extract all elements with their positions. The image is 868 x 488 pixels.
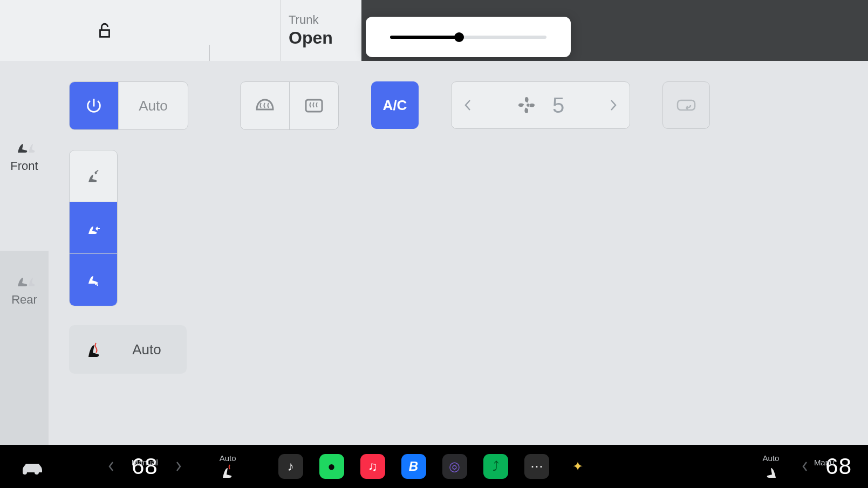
fan-speed-value: 5 [552,93,564,118]
defrost-front-icon [255,97,275,115]
defrost-rear-button[interactable] [290,82,338,129]
power-auto-group: Auto [69,81,188,130]
fan-decrease-button[interactable] [452,99,484,111]
volume-fill [390,36,459,39]
fan-increase-button[interactable] [597,99,630,111]
driver-seat-heat-mode: Auto [220,453,236,463]
volume-thumb[interactable] [454,32,464,42]
seat-heat-icon [85,340,101,359]
trunk-label: Trunk [289,13,350,27]
svg-rect-0 [306,100,322,112]
chevron-right-icon [610,99,617,111]
airflow-face-icon [84,168,102,184]
passenger-seat-heat-button[interactable]: Auto [762,453,779,480]
climate-auto-button[interactable]: Auto [119,82,188,129]
airflow-body-icon [84,220,102,236]
recirculate-button[interactable] [662,81,710,129]
seat-front-icon [13,139,35,155]
passenger-temp-down-button[interactable] [796,456,814,477]
climate-panel: Front Rear T Auto [0,61,868,445]
defrost-front-button[interactable] [241,82,289,129]
driver-temp-down-button[interactable] [102,456,120,477]
lock-button[interactable] [0,0,209,61]
zone-rear-tab[interactable]: Rear [0,251,49,445]
defrost-group [240,81,339,130]
seat-heater-auto-label: Auto [118,341,187,358]
zone-rear-label: Rear [11,293,37,307]
bottom-dock: Manual 68 Auto ♪●♫B◎⤴⋯✦ Auto Manu [0,445,868,488]
center-screen-illustration [539,236,701,344]
ac-button[interactable]: A/C [371,81,419,129]
steering-wheel: T [351,228,518,395]
app-spotify[interactable]: ● [319,454,344,479]
chevron-left-icon [464,99,471,111]
car-menu-button[interactable] [16,458,49,475]
volume-popup [366,17,571,57]
recirculate-icon [675,97,697,113]
fan-speed-control: 5 [451,81,630,129]
trunk-button[interactable]: Trunk Open [280,0,350,61]
app-tray: ♪●♫B◎⤴⋯✦ [278,454,590,479]
unlock-icon [95,22,114,40]
seat-heater-auto-button[interactable]: Auto [69,325,187,374]
tesla-logo: T [429,287,439,301]
seat-heat-icon [221,463,235,480]
airflow-direction-group [69,150,118,306]
passenger-temp-mode: Manu [814,458,835,467]
chevron-right-icon [175,461,182,472]
airflow-feet-button[interactable] [70,254,117,306]
car-icon [19,458,45,475]
app-more[interactable]: ⋯ [524,454,549,479]
passenger-seat-heat-mode: Auto [762,453,779,463]
climate-content: T Auto [49,61,868,445]
zone-front-tab[interactable]: Front [0,126,49,186]
app-stocks[interactable]: ⤴ [483,454,508,479]
zone-sidebar: Front Rear [0,61,49,445]
defrost-rear-icon [304,98,324,114]
divider [209,45,210,61]
volume-slider[interactable] [390,36,546,39]
top-bar: Trunk Open [0,0,868,61]
app-applemusic[interactable]: ♫ [360,454,385,479]
power-icon [85,97,103,115]
airflow-body-button[interactable] [70,202,117,254]
driver-temp-mode: Manual [132,458,158,467]
interior-illustration: T [124,126,868,445]
climate-toolbar: Auto A/C [69,81,868,130]
chevron-left-icon [108,461,114,472]
fan-icon [517,95,536,115]
top-bar-left: Trunk Open [0,0,361,61]
seat-icon [764,463,778,480]
seat-rear-icon [13,272,35,288]
driver-seat-heat-button[interactable]: Auto [220,453,236,480]
trunk-value: Open [289,28,350,48]
airflow-face-button[interactable] [70,150,117,202]
app-music[interactable]: ♪ [278,454,303,479]
app-home[interactable]: ✦ [565,454,590,479]
app-bluetooth[interactable]: B [401,454,426,479]
app-camera[interactable]: ◎ [442,454,467,479]
chevron-left-icon [802,461,808,472]
zone-front-label: Front [10,159,38,173]
airflow-feet-icon [84,272,102,288]
driver-temp-up-button[interactable] [170,456,187,477]
power-button[interactable] [70,82,118,129]
